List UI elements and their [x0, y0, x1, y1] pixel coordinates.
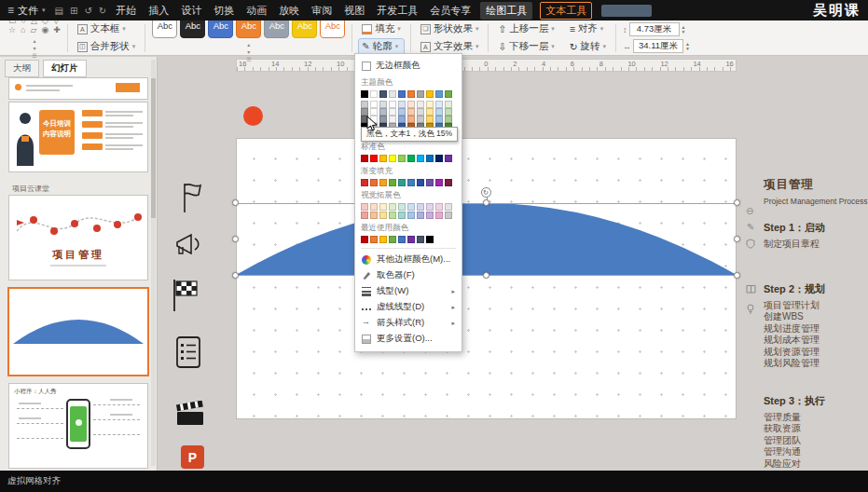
color-swatch[interactable] — [435, 101, 443, 108]
color-swatch[interactable] — [389, 101, 396, 108]
color-swatch[interactable] — [426, 101, 434, 108]
height-field[interactable]: ↕ 4.73厘米 ▲▼ — [623, 22, 690, 36]
color-swatch[interactable] — [435, 90, 443, 98]
color-swatch[interactable] — [370, 236, 378, 243]
shape-glyph-icon[interactable]: ◉ — [41, 25, 48, 34]
color-swatch[interactable] — [370, 203, 378, 211]
color-swatch[interactable] — [435, 212, 443, 219]
shape-glyph-icon[interactable]: ✚ — [53, 25, 61, 34]
color-swatch[interactable] — [370, 212, 378, 219]
color-swatch[interactable] — [361, 203, 368, 211]
panel-scrollbar-thumb[interactable] — [151, 78, 156, 218]
color-swatch[interactable] — [435, 179, 443, 186]
color-swatch[interactable] — [398, 90, 406, 98]
flag-icon[interactable] — [179, 181, 203, 214]
resize-handle-nw[interactable] — [232, 199, 239, 206]
color-swatch[interactable] — [379, 101, 387, 108]
color-swatch[interactable] — [445, 116, 452, 123]
dropdown-item[interactable]: 更多设置(O)... — [361, 331, 456, 347]
color-swatch[interactable] — [398, 212, 406, 219]
color-swatch[interactable] — [389, 203, 396, 211]
color-swatch[interactable] — [389, 90, 396, 98]
dropdown-item[interactable]: 取色器(F) — [361, 267, 456, 283]
color-swatch[interactable] — [407, 108, 415, 116]
color-swatch[interactable] — [361, 155, 368, 162]
color-swatch[interactable] — [417, 212, 424, 219]
color-swatch[interactable] — [370, 108, 378, 116]
clapperboard-icon[interactable] — [175, 401, 207, 429]
menubar-item[interactable]: 动画 — [246, 4, 267, 18]
color-swatch[interactable] — [435, 116, 443, 123]
width-value[interactable]: 34.11厘米 — [633, 39, 683, 53]
menubar-item[interactable]: 审阅 — [311, 4, 332, 18]
color-swatch[interactable] — [417, 116, 424, 123]
menubar-item[interactable]: 插入 — [148, 4, 169, 18]
color-swatch[interactable] — [389, 108, 396, 116]
slide-thumbnail[interactable]: 今日培训 内容说明 — [9, 102, 147, 171]
bring-forward-button[interactable]: ⇧ 上移一层 ▾ — [495, 21, 557, 36]
powerpoint-icon[interactable]: P — [181, 445, 204, 469]
color-swatch[interactable] — [426, 236, 434, 243]
color-swatch[interactable] — [389, 236, 396, 243]
resize-handle-w[interactable] — [232, 236, 239, 242]
shape-glyph-icon[interactable]: ☆ — [8, 25, 16, 34]
shape-outline-button[interactable]: ✎ 轮廓 ▾ — [359, 39, 404, 54]
color-swatch[interactable] — [389, 212, 396, 219]
send-backward-button[interactable]: ⇩ 下移一层 ▾ — [495, 39, 557, 54]
color-swatch[interactable] — [417, 90, 424, 98]
color-swatch[interactable] — [426, 155, 434, 162]
color-swatch[interactable] — [435, 108, 443, 116]
slide-thumbnail[interactable]: 小程序：人人秀 — [9, 384, 147, 468]
width-stepper[interactable]: ▲▼ — [685, 42, 690, 51]
red-circle-shape[interactable] — [243, 106, 263, 126]
panel-tab-幻灯片[interactable]: 幻灯片 — [43, 60, 87, 77]
height-stepper[interactable]: ▲▼ — [682, 25, 686, 34]
color-swatch[interactable] — [407, 212, 415, 219]
style-gallery-scroll[interactable]: ▴▾☰ — [246, 42, 251, 63]
color-swatch[interactable] — [445, 155, 452, 162]
color-swatch[interactable] — [407, 203, 415, 211]
panel-scrollbar[interactable] — [151, 60, 156, 466]
color-swatch[interactable] — [398, 116, 406, 123]
dropdown-item[interactable]: 箭头样式(R)▸ — [361, 315, 456, 331]
color-swatch[interactable] — [398, 101, 406, 108]
resize-handle-se[interactable] — [734, 272, 740, 279]
menubar-item[interactable]: 放映 — [279, 4, 299, 18]
color-swatch[interactable] — [445, 203, 452, 211]
menubar-item[interactable]: 切换 — [214, 4, 234, 18]
color-swatch[interactable] — [435, 203, 443, 211]
slide-thumbnail[interactable]: 项目管理 — [9, 196, 147, 280]
panel-tab-大纲[interactable]: 大纲 — [5, 60, 39, 77]
color-swatch[interactable] — [426, 203, 434, 211]
dropdown-item[interactable]: 线型(W)▸ — [361, 283, 456, 299]
gallery-scroll[interactable]: ▴▾☰ — [32, 38, 36, 60]
menubar-item[interactable]: 会员专享 — [430, 4, 471, 18]
align-button[interactable]: ≡ 对齐 ▾ — [567, 21, 609, 36]
checkered-flag-icon[interactable] — [170, 278, 200, 313]
color-swatch[interactable] — [417, 179, 424, 186]
resize-handle-s[interactable] — [483, 272, 489, 279]
checklist-icon[interactable] — [175, 335, 201, 369]
megaphone-icon[interactable] — [173, 231, 205, 259]
color-swatch[interactable] — [407, 155, 415, 162]
color-swatch[interactable] — [379, 203, 387, 211]
file-menu[interactable]: ≡ 文件 ▾ — [7, 4, 46, 18]
color-swatch[interactable] — [361, 108, 368, 116]
merge-shapes-button[interactable]: ◫ 合并形状 ▾ — [75, 39, 139, 54]
color-swatch[interactable] — [445, 179, 452, 186]
color-swatch[interactable] — [361, 236, 368, 243]
height-value[interactable]: 4.73厘米 — [629, 22, 680, 36]
color-swatch[interactable] — [379, 179, 387, 186]
shape-glyph-icon[interactable]: ▱ — [31, 25, 37, 34]
menubar-item[interactable]: 设计 — [181, 4, 201, 18]
color-swatch[interactable] — [445, 108, 452, 116]
slide-thumbnail[interactable] — [9, 78, 147, 99]
color-swatch[interactable] — [370, 90, 378, 98]
text-effects-button[interactable]: A 文字效果 ▾ — [418, 39, 482, 54]
color-swatch[interactable] — [417, 101, 424, 108]
color-swatch[interactable] — [370, 179, 378, 186]
section-label[interactable]: 项目云课堂 — [12, 184, 49, 194]
no-outline-item[interactable]: 无边框颜色 — [361, 58, 456, 74]
color-swatch[interactable] — [361, 179, 368, 186]
color-swatch[interactable] — [426, 179, 434, 186]
